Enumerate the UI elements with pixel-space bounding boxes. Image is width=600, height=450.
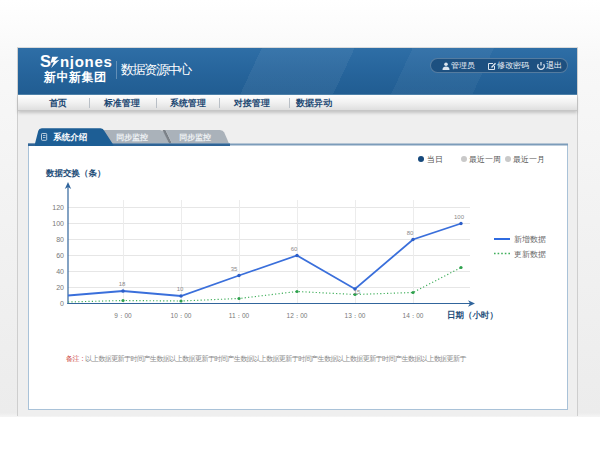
svg-text:同步监控: 同步监控 [116, 133, 148, 142]
svg-text:80: 80 [407, 230, 414, 236]
svg-text:80: 80 [56, 236, 64, 243]
svg-text:11：00: 11：00 [229, 312, 250, 319]
svg-text:15: 15 [354, 289, 361, 295]
svg-text:0: 0 [60, 300, 64, 307]
svg-text:60: 60 [56, 252, 64, 259]
svg-text:18: 18 [119, 281, 126, 287]
svg-text:日期（小时）: 日期（小时） [447, 310, 498, 320]
svg-text:35: 35 [231, 266, 238, 272]
svg-text:40: 40 [56, 268, 64, 275]
svg-text:13：00: 13：00 [345, 312, 366, 319]
svg-text:12：00: 12：00 [287, 312, 308, 319]
svg-text:9：00: 9：00 [114, 312, 132, 319]
svg-text:60: 60 [291, 246, 298, 252]
svg-text:14：00: 14：00 [403, 312, 424, 319]
svg-text:20: 20 [56, 284, 64, 291]
svg-text:系统介绍: 系统介绍 [52, 132, 88, 142]
svg-text:100: 100 [454, 214, 465, 220]
svg-text:100: 100 [52, 220, 64, 227]
svg-text:10: 10 [177, 286, 184, 292]
svg-text:同步监控: 同步监控 [179, 133, 211, 142]
svg-text:120: 120 [52, 204, 64, 211]
svg-text:10：00: 10：00 [171, 312, 192, 319]
